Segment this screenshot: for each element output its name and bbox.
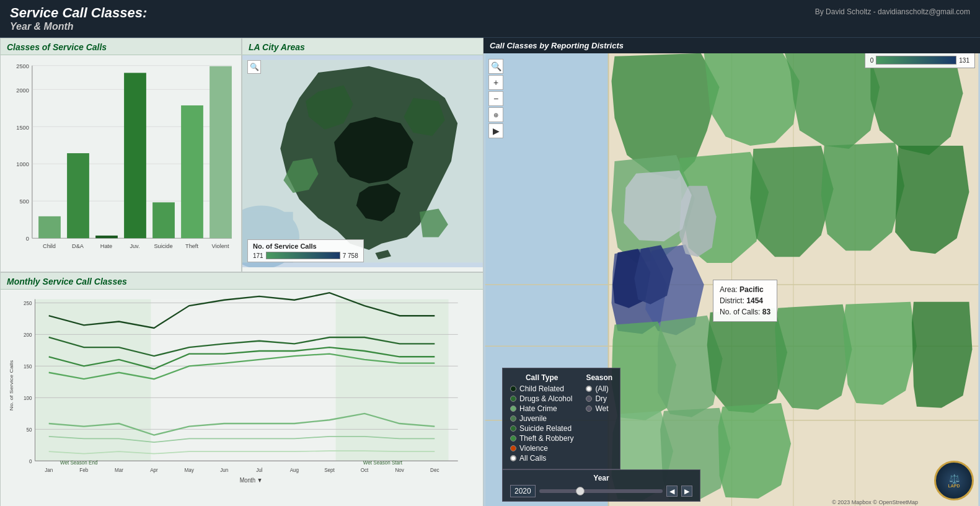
bar-chart-title: Classes of Service Calls (1, 38, 241, 55)
la-map-legend: No. of Service Calls 171 7 758 (247, 239, 364, 262)
svg-text:Nov: Nov (395, 466, 405, 473)
lapd-badge-inner: ⚖️ LAPD (948, 474, 960, 488)
reset-view-btn[interactable]: ⊕ (488, 107, 503, 122)
la-legend-gradient: 171 7 758 (253, 252, 358, 259)
search-icon[interactable]: 🔍 (247, 60, 261, 74)
call-type-violence-label: Violence (519, 444, 548, 453)
svg-text:500: 500 (19, 198, 29, 205)
call-type-theft-label: Theft & Robbery (519, 434, 573, 443)
violence-radio-dot (510, 445, 516, 451)
season-wet[interactable]: Wet (586, 404, 612, 413)
main-title: Service Call Classes: (10, 5, 147, 21)
svg-text:0: 0 (26, 235, 29, 242)
child-radio-dot (510, 386, 516, 392)
svg-text:Jul: Jul (256, 466, 262, 473)
year-panel: Year 2020 ◀ ▶ (502, 469, 700, 502)
bar-juv[interactable] (124, 73, 146, 238)
la-map-svg (242, 55, 483, 267)
call-type-theft[interactable]: Theft & Robbery (510, 434, 573, 443)
season-wet-label: Wet (595, 404, 608, 413)
header: Service Call Classes: Year & Month By Da… (0, 0, 980, 38)
call-type-hate[interactable]: Hate Crime (510, 404, 573, 413)
la-legend-min: 171 (253, 252, 263, 259)
tooltip-area-row: Area: Pacific (720, 284, 770, 295)
call-type-suicide[interactable]: Suicide Related (510, 424, 573, 433)
zoom-out-btn[interactable]: − (488, 91, 503, 106)
svg-text:Feb: Feb (79, 466, 88, 473)
svg-text:1000: 1000 (16, 161, 29, 167)
call-type-hate-label: Hate Crime (519, 404, 557, 413)
svg-text:2000: 2000 (16, 86, 29, 93)
bar-violent[interactable] (210, 66, 232, 238)
call-type-da[interactable]: Drugs & Alcohol (510, 394, 573, 403)
header-title-block: Service Call Classes: Year & Month (10, 5, 147, 32)
bar-hate[interactable] (95, 236, 118, 238)
juv-radio-dot (510, 415, 516, 422)
zoom-in-btn[interactable]: + (488, 75, 503, 90)
year-slider-thumb[interactable] (576, 487, 585, 495)
season-dry-dot (586, 396, 592, 402)
call-type-da-label: Drugs & Alcohol (519, 394, 572, 403)
svg-text:Suicide: Suicide (154, 242, 172, 249)
svg-text:0: 0 (29, 458, 32, 464)
monthly-chart-area: 0 50 100 150 200 250 No. of Service Call… (1, 290, 483, 502)
bar-suicide[interactable] (152, 202, 175, 238)
call-type-section: Call Type Child Related Drugs & Alcohol … (510, 373, 573, 464)
season-all-dot (586, 386, 592, 392)
bar-child[interactable] (38, 216, 61, 238)
season-wet-dot (586, 406, 592, 412)
svg-text:Hate: Hate (100, 242, 112, 249)
year-slider-track[interactable] (539, 489, 663, 493)
la-gradient-bar (266, 252, 340, 259)
call-type-juv-label: Juvenile (519, 414, 547, 423)
call-type-suicide-label: Suicide Related (519, 424, 572, 433)
main-subtitle: Year & Month (10, 21, 147, 32)
map-tooltip: Area: Pacific District: 1454 No. of Call… (713, 280, 777, 322)
svg-text:Jun: Jun (220, 466, 228, 473)
svg-text:1500: 1500 (16, 123, 29, 130)
right-gradient-bar (876, 56, 956, 64)
season-all[interactable]: (All) (586, 384, 612, 393)
svg-marker-55 (775, 304, 852, 410)
call-type-violence[interactable]: Violence (510, 444, 573, 453)
svg-marker-60 (718, 403, 791, 499)
bar-chart-svg: 0 500 1000 1500 2000 2500 Child D&A Hate… (7, 59, 235, 265)
svg-text:150: 150 (24, 363, 32, 370)
svg-text:Violent: Violent (212, 242, 229, 249)
svg-text:Jan: Jan (45, 466, 53, 473)
call-type-all[interactable]: All Calls (510, 454, 573, 463)
la-map-panel: LA City Areas (242, 38, 483, 272)
la-map-area: No. of Service Calls 171 7 758 🔍 (242, 55, 483, 267)
all-radio-dot (510, 455, 516, 461)
right-map-title: Call Classes by Reporting Districts (483, 38, 980, 53)
svg-text:Oct: Oct (361, 466, 369, 473)
year-prev-btn[interactable]: ◀ (666, 486, 678, 497)
author-credit: By David Scholtz - davidianscholtz@gmail… (815, 7, 970, 16)
tooltip-area-label: Area: (720, 285, 738, 294)
svg-text:50: 50 (26, 426, 32, 433)
call-type-child[interactable]: Child Related (510, 384, 573, 393)
svg-text:200: 200 (24, 331, 32, 338)
svg-text:Child: Child (43, 242, 56, 249)
bar-theft[interactable] (181, 105, 203, 238)
right-legend-gradient: 0 131 (870, 56, 969, 64)
controls-panel: Call Type Child Related Drugs & Alcohol … (502, 368, 620, 469)
search-btn[interactable]: 🔍 (488, 59, 503, 74)
pan-btn[interactable]: ▶ (488, 123, 503, 138)
svg-text:No. of Service Calls: No. of Service Calls (9, 360, 14, 411)
year-slider-row: 2020 ◀ ▶ (510, 485, 692, 497)
la-map-title: LA City Areas (242, 38, 483, 55)
bar-da[interactable] (67, 153, 89, 238)
bar-chart-panel: Classes of Service Calls 0 500 1000 1500… (0, 38, 242, 272)
svg-marker-57 (912, 302, 972, 408)
svg-text:Apr: Apr (150, 466, 158, 473)
right-legend-max: 131 (959, 57, 969, 64)
call-type-juv[interactable]: Juvenile (510, 414, 573, 423)
year-next-btn[interactable]: ▶ (681, 486, 692, 497)
tooltip-district-value: 1454 (746, 296, 763, 305)
season-dry[interactable]: Dry (586, 394, 612, 403)
season-section: Season (All) Dry Wet (586, 373, 612, 464)
da-radio-dot (510, 396, 516, 402)
svg-marker-54 (707, 308, 787, 413)
map-copyright: © 2023 Mapbox © OpenStreetMap (832, 499, 918, 505)
